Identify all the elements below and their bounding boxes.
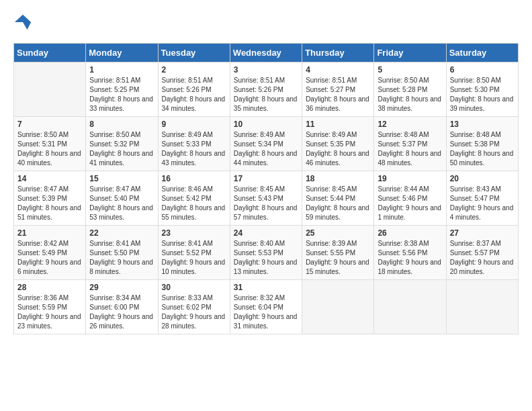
sunrise-text: Sunrise: 8:48 AM bbox=[378, 131, 429, 138]
weekday-header-friday: Friday bbox=[374, 44, 446, 62]
sunset-text: Sunset: 5:25 PM bbox=[89, 86, 139, 93]
sunrise-text: Sunrise: 8:34 AM bbox=[89, 294, 140, 302]
day-number: 18 bbox=[306, 174, 370, 183]
svg-marker-1 bbox=[23, 22, 31, 30]
sunrise-text: Sunrise: 8:45 AM bbox=[306, 185, 357, 193]
sunrise-text: Sunrise: 8:50 AM bbox=[378, 77, 429, 84]
calendar-cell: 12 Sunrise: 8:48 AM Sunset: 5:37 PM Dayl… bbox=[374, 117, 446, 171]
sunrise-text: Sunrise: 8:38 AM bbox=[378, 240, 429, 247]
daylight-text: Daylight: 9 hours and 23 minutes. bbox=[17, 313, 81, 330]
sunset-text: Sunset: 5:43 PM bbox=[234, 195, 283, 202]
daylight-text: Daylight: 8 hours and 33 minutes. bbox=[89, 95, 153, 112]
day-info: Sunrise: 8:51 AM Sunset: 5:25 PM Dayligh… bbox=[89, 76, 154, 113]
sunset-text: Sunset: 5:40 PM bbox=[89, 195, 139, 202]
day-info: Sunrise: 8:41 AM Sunset: 5:52 PM Dayligh… bbox=[162, 239, 226, 277]
daylight-text: Daylight: 9 hours and 10 minutes. bbox=[162, 259, 226, 275]
sunrise-text: Sunrise: 8:47 AM bbox=[17, 185, 69, 193]
sunset-text: Sunset: 5:31 PM bbox=[17, 140, 67, 148]
day-info: Sunrise: 8:48 AM Sunset: 5:38 PM Dayligh… bbox=[450, 130, 515, 168]
daylight-text: Daylight: 9 hours and 1 minute. bbox=[378, 204, 441, 221]
day-info: Sunrise: 8:51 AM Sunset: 5:26 PM Dayligh… bbox=[162, 76, 226, 113]
day-number: 1 bbox=[89, 65, 154, 75]
day-info: Sunrise: 8:41 AM Sunset: 5:50 PM Dayligh… bbox=[89, 239, 154, 277]
daylight-text: Daylight: 8 hours and 57 minutes. bbox=[234, 204, 298, 221]
daylight-text: Daylight: 9 hours and 31 minutes. bbox=[234, 313, 298, 330]
day-number: 9 bbox=[162, 120, 226, 129]
calendar-cell: 8 Sunrise: 8:50 AM Sunset: 5:32 PM Dayli… bbox=[86, 117, 158, 171]
calendar-cell: 10 Sunrise: 8:49 AM Sunset: 5:34 PM Dayl… bbox=[230, 117, 302, 171]
sunrise-text: Sunrise: 8:40 AM bbox=[234, 240, 285, 247]
sunrise-text: Sunrise: 8:50 AM bbox=[89, 131, 140, 138]
daylight-text: Daylight: 8 hours and 36 minutes. bbox=[306, 95, 369, 112]
day-number: 28 bbox=[17, 283, 82, 292]
sunrise-text: Sunrise: 8:48 AM bbox=[450, 131, 501, 138]
sunset-text: Sunset: 5:55 PM bbox=[306, 249, 355, 257]
calendar-cell: 6 Sunrise: 8:50 AM Sunset: 5:30 PM Dayli… bbox=[446, 62, 518, 117]
day-info: Sunrise: 8:33 AM Sunset: 6:02 PM Dayligh… bbox=[162, 293, 226, 331]
sunset-text: Sunset: 5:26 PM bbox=[162, 86, 212, 93]
day-number: 3 bbox=[234, 65, 298, 75]
daylight-text: Daylight: 8 hours and 40 minutes. bbox=[17, 150, 81, 167]
calendar-cell: 23 Sunrise: 8:41 AM Sunset: 5:52 PM Dayl… bbox=[158, 226, 230, 280]
weekday-header-tuesday: Tuesday bbox=[158, 44, 230, 62]
day-number: 10 bbox=[234, 120, 298, 129]
calendar-cell: 15 Sunrise: 8:47 AM Sunset: 5:40 PM Dayl… bbox=[86, 171, 158, 226]
sunset-text: Sunset: 5:57 PM bbox=[450, 249, 500, 257]
sunset-text: Sunset: 5:38 PM bbox=[450, 140, 500, 148]
day-number: 5 bbox=[378, 65, 442, 75]
day-info: Sunrise: 8:49 AM Sunset: 5:35 PM Dayligh… bbox=[306, 130, 370, 168]
sunset-text: Sunset: 5:49 PM bbox=[17, 249, 67, 257]
day-info: Sunrise: 8:50 AM Sunset: 5:32 PM Dayligh… bbox=[89, 130, 154, 168]
sunset-text: Sunset: 5:56 PM bbox=[378, 249, 427, 257]
day-number: 12 bbox=[378, 120, 442, 129]
sunrise-text: Sunrise: 8:37 AM bbox=[450, 240, 501, 247]
day-info: Sunrise: 8:34 AM Sunset: 6:00 PM Dayligh… bbox=[89, 293, 154, 331]
daylight-text: Daylight: 9 hours and 28 minutes. bbox=[162, 313, 226, 330]
daylight-text: Daylight: 8 hours and 59 minutes. bbox=[306, 204, 369, 221]
calendar-week-row: 7 Sunrise: 8:50 AM Sunset: 5:31 PM Dayli… bbox=[14, 117, 519, 171]
calendar-cell: 28 Sunrise: 8:36 AM Sunset: 5:59 PM Dayl… bbox=[14, 280, 86, 334]
day-number: 29 bbox=[89, 283, 154, 292]
calendar-cell: 11 Sunrise: 8:49 AM Sunset: 5:35 PM Dayl… bbox=[302, 117, 374, 171]
daylight-text: Daylight: 8 hours and 50 minutes. bbox=[450, 150, 514, 167]
calendar-cell: 13 Sunrise: 8:48 AM Sunset: 5:38 PM Dayl… bbox=[446, 117, 518, 171]
sunset-text: Sunset: 5:59 PM bbox=[17, 304, 67, 311]
sunset-text: Sunset: 5:47 PM bbox=[450, 195, 500, 202]
daylight-text: Daylight: 8 hours and 53 minutes. bbox=[89, 204, 153, 221]
sunset-text: Sunset: 5:28 PM bbox=[378, 86, 427, 93]
day-info: Sunrise: 8:50 AM Sunset: 5:28 PM Dayligh… bbox=[378, 76, 442, 113]
day-info: Sunrise: 8:44 AM Sunset: 5:46 PM Dayligh… bbox=[378, 185, 442, 222]
calendar-cell: 18 Sunrise: 8:45 AM Sunset: 5:44 PM Dayl… bbox=[302, 171, 374, 226]
calendar-cell: 16 Sunrise: 8:46 AM Sunset: 5:42 PM Dayl… bbox=[158, 171, 230, 226]
daylight-text: Daylight: 8 hours and 35 minutes. bbox=[234, 95, 298, 112]
day-number: 4 bbox=[306, 65, 370, 75]
day-info: Sunrise: 8:37 AM Sunset: 5:57 PM Dayligh… bbox=[450, 239, 515, 277]
calendar-cell: 3 Sunrise: 8:51 AM Sunset: 5:26 PM Dayli… bbox=[230, 62, 302, 117]
sunrise-text: Sunrise: 8:50 AM bbox=[17, 131, 69, 138]
calendar-cell: 21 Sunrise: 8:42 AM Sunset: 5:49 PM Dayl… bbox=[14, 226, 86, 280]
daylight-text: Daylight: 8 hours and 34 minutes. bbox=[162, 95, 226, 112]
calendar-cell bbox=[374, 280, 446, 334]
sunrise-text: Sunrise: 8:49 AM bbox=[234, 131, 285, 138]
day-info: Sunrise: 8:32 AM Sunset: 6:04 PM Dayligh… bbox=[234, 293, 298, 331]
sunset-text: Sunset: 5:26 PM bbox=[234, 86, 283, 93]
day-number: 17 bbox=[234, 174, 298, 183]
day-number: 24 bbox=[234, 228, 298, 238]
sunrise-text: Sunrise: 8:33 AM bbox=[162, 294, 213, 302]
day-info: Sunrise: 8:47 AM Sunset: 5:39 PM Dayligh… bbox=[17, 185, 82, 222]
day-number: 7 bbox=[17, 120, 82, 129]
sunset-text: Sunset: 5:53 PM bbox=[234, 249, 283, 257]
sunrise-text: Sunrise: 8:51 AM bbox=[89, 77, 140, 84]
sunset-text: Sunset: 5:46 PM bbox=[378, 195, 427, 202]
day-info: Sunrise: 8:49 AM Sunset: 5:33 PM Dayligh… bbox=[162, 130, 226, 168]
day-number: 19 bbox=[378, 174, 442, 183]
calendar-cell: 29 Sunrise: 8:34 AM Sunset: 6:00 PM Dayl… bbox=[86, 280, 158, 334]
sunset-text: Sunset: 5:34 PM bbox=[234, 140, 283, 148]
calendar-cell: 20 Sunrise: 8:43 AM Sunset: 5:47 PM Dayl… bbox=[446, 171, 518, 226]
calendar-header-row: SundayMondayTuesdayWednesdayThursdayFrid… bbox=[14, 44, 519, 62]
sunset-text: Sunset: 5:39 PM bbox=[17, 195, 67, 202]
sunrise-text: Sunrise: 8:49 AM bbox=[306, 131, 357, 138]
daylight-text: Daylight: 8 hours and 48 minutes. bbox=[378, 150, 441, 167]
daylight-text: Daylight: 8 hours and 38 minutes. bbox=[378, 95, 441, 112]
calendar-cell: 14 Sunrise: 8:47 AM Sunset: 5:39 PM Dayl… bbox=[14, 171, 86, 226]
